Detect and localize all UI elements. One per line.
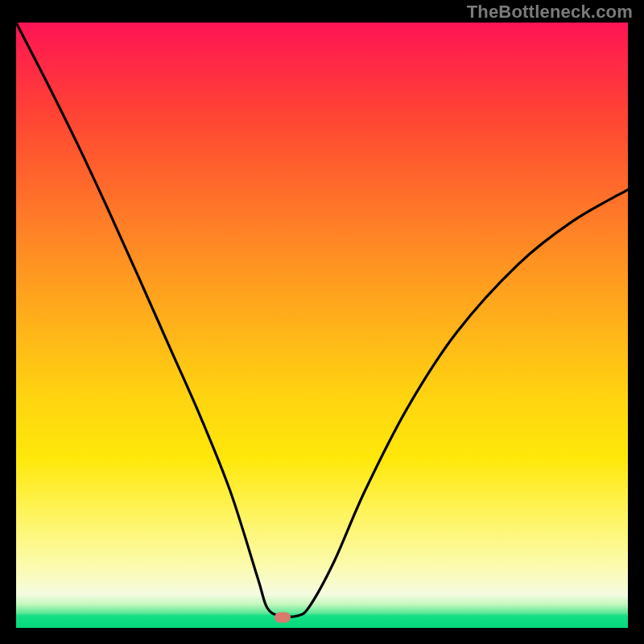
bottleneck-curve xyxy=(16,23,628,628)
chart-frame: TheBottleneck.com xyxy=(0,0,644,644)
optimal-point-marker xyxy=(275,613,291,623)
watermark-text: TheBottleneck.com xyxy=(467,2,633,23)
bottleneck-gradient-plot xyxy=(16,23,628,628)
